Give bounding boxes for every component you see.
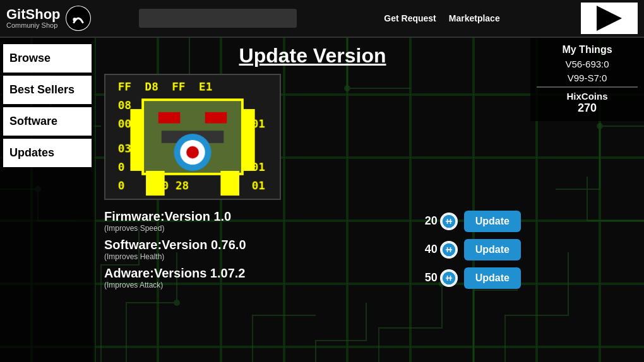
update-row-adware: Adware:Versions 1.07.2 (Improves Attack)…: [104, 266, 521, 289]
svg-point-4: [597, 124, 602, 129]
logo-icon: [66, 6, 91, 31]
sidebar-item-browse[interactable]: Browse: [3, 44, 92, 73]
firmware-cost-value: 20: [425, 214, 438, 228]
hixcoins-value: 270: [537, 102, 638, 115]
next-arrow-button[interactable]: [581, 3, 638, 34]
hixcoins-label: HixCoins: [537, 91, 638, 102]
sidebar-item-software[interactable]: Software: [3, 107, 92, 136]
hixcoin-icon-firmware: H: [440, 213, 458, 230]
my-things-title: My Things: [537, 44, 638, 55]
update-info-firmware: Firmware:Version 1.0 (Improves Speed): [104, 209, 419, 233]
right-panel: My Things V56-693:0 V99-S7:0 HixCoins 27…: [530, 38, 644, 121]
logo-text: GitShop Communiy Shop: [6, 8, 61, 29]
logo-title: GitShop: [6, 8, 61, 21]
adware-name: Adware:Versions 1.07.2: [104, 266, 419, 281]
header-nav: Get Request Marketplace: [303, 13, 581, 23]
hixcoin-icon-adware: H: [440, 269, 458, 287]
update-info-software: Software:Version 0.76.0 (Improves Health…: [104, 238, 419, 261]
software-desc: (Improves Health): [104, 252, 419, 261]
sidebar: Browse Best Sellers Software Updates: [0, 38, 95, 362]
adware-cost: 50 H: [425, 269, 458, 287]
get-request-nav[interactable]: Get Request: [384, 13, 436, 23]
update-button-adware[interactable]: Update: [464, 267, 521, 289]
content-area: [104, 74, 521, 200]
update-row-firmware: Firmware:Version 1.0 (Improves Speed) 20…: [104, 209, 521, 233]
svg-point-7: [73, 18, 76, 21]
update-button-software[interactable]: Update: [464, 239, 521, 260]
firmware-desc: (Improves Speed): [104, 224, 419, 233]
sidebar-item-updates[interactable]: Updates: [3, 139, 92, 167]
update-row-software: Software:Version 0.76.0 (Improves Health…: [104, 238, 521, 261]
robot-canvas: [105, 75, 280, 199]
page-title: Update Version: [104, 44, 521, 67]
v99-value: V99-S7:0: [537, 73, 638, 83]
logo-subtitle: Communiy Shop: [6, 21, 61, 29]
robot-display: [104, 74, 281, 200]
main-content: Update Version Firmware:Version 1.0 (Imp…: [95, 38, 530, 362]
v56-value: V56-693:0: [537, 59, 638, 69]
adware-cost-value: 50: [425, 271, 438, 284]
hixcoin-icon-software: H: [440, 241, 458, 259]
firmware-name: Firmware:Version 1.0: [104, 209, 419, 224]
adware-desc: (Improves Attack): [104, 281, 419, 289]
marketplace-nav[interactable]: Marketplace: [449, 13, 500, 23]
update-button-firmware[interactable]: Update: [464, 211, 521, 232]
arrow-right-icon: [597, 6, 622, 31]
search-input[interactable]: [139, 9, 297, 28]
sidebar-item-best-sellers[interactable]: Best Sellers: [3, 76, 92, 104]
software-name: Software:Version 0.76.0: [104, 238, 419, 252]
firmware-cost: 20 H: [425, 213, 458, 230]
updates-list: Firmware:Version 1.0 (Improves Speed) 20…: [104, 209, 521, 289]
software-cost: 40 H: [425, 241, 458, 259]
software-cost-value: 40: [425, 243, 438, 256]
update-info-adware: Adware:Versions 1.07.2 (Improves Attack): [104, 266, 419, 289]
hixcoins-section: HixCoins 270: [537, 86, 638, 115]
logo-area: GitShop Communiy Shop: [6, 6, 133, 31]
header: GitShop Communiy Shop Get Request Market…: [0, 0, 644, 38]
